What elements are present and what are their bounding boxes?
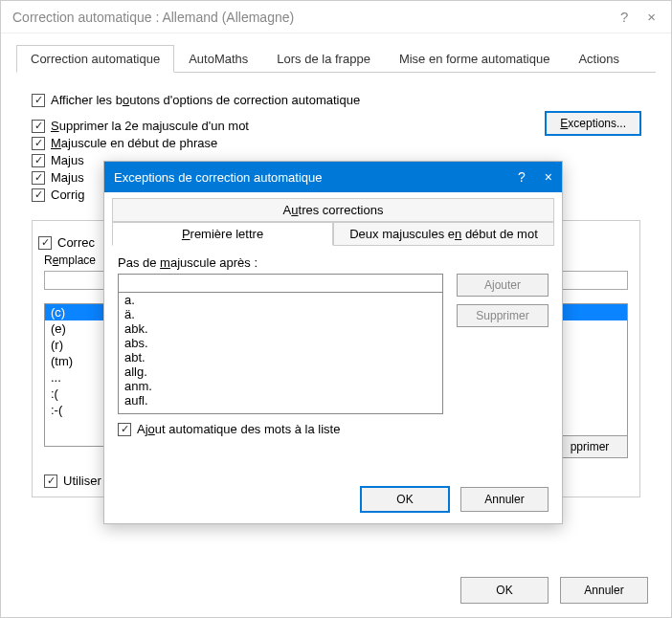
delete-button[interactable]: Supprimer <box>457 304 549 327</box>
check-partial-1-label: Majus <box>51 153 84 167</box>
exceptions-dialog: Exceptions de correction automatique ? ×… <box>103 161 563 524</box>
check-partial-2-label: Majus <box>51 170 84 185</box>
exceptions-button[interactable]: Exceptions... <box>546 112 640 135</box>
modal-footer: OK Annuler <box>361 487 549 512</box>
check-auto-add[interactable] <box>118 423 131 436</box>
list-item[interactable]: ä. <box>119 307 442 321</box>
check-show-buttons-label: Afficher les boutons d'options de correc… <box>51 93 360 107</box>
exception-list[interactable]: a. ä. abk. abs. abt. allg. anm. aufl. <box>118 292 443 414</box>
list-item[interactable]: aufl. <box>119 393 442 408</box>
list-item[interactable]: abt. <box>119 350 442 364</box>
modal-body: Autres corrections Première lettre Deux … <box>104 192 562 436</box>
modal-help-icon[interactable]: ? <box>518 169 526 185</box>
tab-lors-de-la-frappe[interactable]: Lors de la frappe <box>262 45 385 72</box>
check-use-spell[interactable] <box>44 475 57 488</box>
add-button[interactable]: Ajouter <box>457 274 549 297</box>
modal-content: Pas de majuscule après : a. ä. abk. abs.… <box>104 246 562 436</box>
check-correc[interactable] <box>38 236 52 250</box>
check-show-buttons[interactable] <box>32 94 45 107</box>
supprimer-button[interactable]: pprimer <box>551 435 628 458</box>
check-suppress-second-cap[interactable] <box>32 120 45 133</box>
exception-input[interactable] <box>118 274 443 293</box>
list-item[interactable]: anm. <box>119 379 442 393</box>
modal-cancel-button[interactable]: Annuler <box>460 487 549 512</box>
list-item[interactable]: a. <box>119 293 442 307</box>
main-titlebar: Correction automatique : Allemand (Allem… <box>1 1 671 33</box>
main-footer: OK Annuler <box>460 577 648 604</box>
tab-automaths[interactable]: AutoMaths <box>174 45 262 72</box>
help-icon[interactable]: ? <box>620 9 628 25</box>
list-item[interactable]: allg. <box>119 364 442 379</box>
close-icon[interactable]: × <box>647 9 656 25</box>
no-cap-after-label: Pas de majuscule après : <box>118 255 549 270</box>
check-partial-1[interactable] <box>32 154 45 167</box>
main-tabs: Correction automatique AutoMaths Lors de… <box>16 45 656 73</box>
main-title: Correction automatique : Allemand (Allem… <box>9 10 620 25</box>
modal-title: Exceptions de correction automatique <box>114 170 518 185</box>
modal-titlebar-actions: ? × <box>518 169 552 185</box>
check-suppress-second-cap-label: Supprimer la 2e majuscule d'un mot <box>51 119 249 133</box>
tab-correction-automatique[interactable]: Correction automatique <box>16 45 174 73</box>
check-correc-label: Correc <box>57 235 95 250</box>
modal-titlebar: Exceptions de correction automatique ? × <box>104 162 562 192</box>
tab-premiere-lettre[interactable]: Première lettre <box>112 222 333 246</box>
check-corrig[interactable] <box>32 188 45 202</box>
list-item[interactable]: abk. <box>119 321 442 336</box>
list-item[interactable]: abs. <box>119 336 442 350</box>
tab-actions[interactable]: Actions <box>564 45 634 72</box>
modal-close-icon[interactable]: × <box>545 169 552 185</box>
check-auto-add-label: Ajout automatique des mots à la liste <box>137 422 340 436</box>
check-corrig-label: Corrig <box>51 188 84 202</box>
check-cap-sentence[interactable] <box>32 137 45 150</box>
tab-mise-en-forme[interactable]: Mise en forme automatique <box>385 45 565 72</box>
main-ok-button[interactable]: OK <box>460 577 549 604</box>
check-partial-2[interactable] <box>32 171 45 185</box>
modal-ok-button[interactable]: OK <box>361 487 449 512</box>
modal-side-buttons: Ajouter Supprimer <box>457 274 549 327</box>
tab-deux-majuscules[interactable]: Deux majuscules en début de mot <box>333 222 554 245</box>
tab-autres-corrections[interactable]: Autres corrections <box>112 198 554 221</box>
check-cap-sentence-label: Majuscule en début de phrase <box>51 136 217 150</box>
main-cancel-button[interactable]: Annuler <box>560 577 648 604</box>
main-titlebar-actions: ? × <box>620 9 663 25</box>
modal-tabs: Autres corrections Première lettre Deux … <box>104 192 562 246</box>
